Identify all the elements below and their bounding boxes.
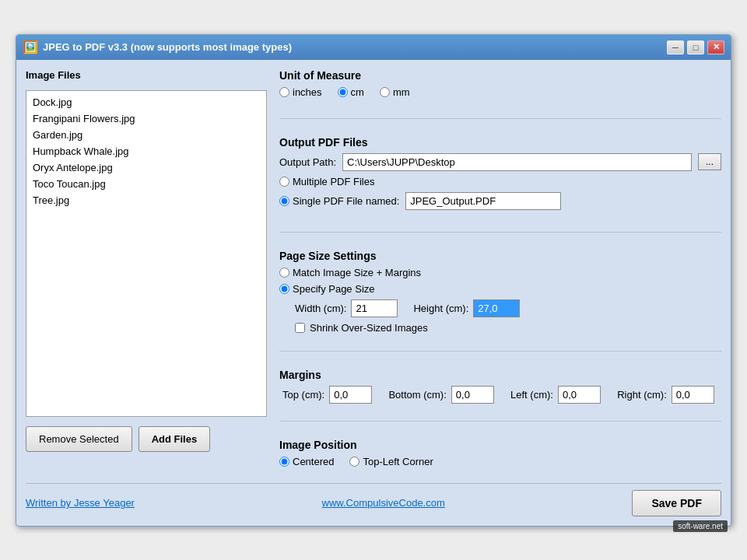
margins-title: Margins: [279, 369, 721, 381]
website-link[interactable]: www.CompulsiveCode.com: [322, 497, 445, 509]
left-margin-input[interactable]: [558, 386, 601, 404]
list-item[interactable]: Garden.jpg: [30, 127, 263, 143]
single-pdf-radio[interactable]: [279, 196, 289, 206]
height-field: Height (cm):: [413, 299, 520, 317]
image-position-row: Centered Top-Left Corner: [279, 456, 721, 467]
title-bar: 🖼️ JPEG to PDF v3.3 (now supports most i…: [16, 35, 731, 60]
margins-section: Margins Top (cm): Bottom (cm): Left (cm)…: [279, 369, 721, 404]
centered-label: Centered: [293, 456, 334, 467]
list-item[interactable]: Tree.jpg: [30, 192, 263, 208]
right-margin-field: Right (cm):: [617, 386, 721, 404]
multiple-pdf-option[interactable]: Multiple PDF Files: [279, 176, 374, 187]
top-left-option[interactable]: Top-Left Corner: [349, 456, 433, 467]
multiple-pdf-radio[interactable]: [279, 177, 289, 187]
unit-inches-label: inches: [293, 86, 322, 98]
list-item[interactable]: Frangipani Flowers.jpg: [30, 110, 263, 127]
title-bar-controls: ─ □ ✕: [667, 40, 724, 54]
margins-grid: Top (cm): Bottom (cm): Left (cm): R: [282, 386, 721, 404]
divider-3: [279, 351, 721, 352]
width-field: Width (cm):: [295, 299, 398, 317]
divider-2: [279, 232, 721, 233]
match-image-option[interactable]: Match Image Size + Margins: [279, 267, 421, 278]
list-item[interactable]: Oryx Antelope.jpg: [30, 159, 263, 176]
unit-cm-radio[interactable]: [338, 87, 348, 97]
centered-radio[interactable]: [279, 457, 289, 467]
top-margin-label: Top (cm):: [282, 389, 324, 401]
output-pdf-section: Output PDF Files Output Path: ... Multip…: [279, 136, 721, 215]
image-position-section: Image Position Centered Top-Left Corner: [279, 439, 721, 471]
height-input[interactable]: [473, 299, 520, 317]
app-icon: 🖼️: [23, 40, 38, 55]
left-margin-label: Left (cm):: [510, 389, 553, 401]
top-left-label: Top-Left Corner: [363, 456, 433, 467]
unit-cm-option[interactable]: cm: [338, 86, 364, 98]
bottom-margin-label: Bottom (cm):: [388, 389, 446, 401]
image-position-title: Image Position: [279, 439, 721, 451]
unit-cm-label: cm: [351, 86, 364, 98]
image-files-label: Image Files: [26, 69, 267, 81]
file-buttons: Remove Selected Add Files: [26, 426, 267, 452]
bottom-margin-input[interactable]: [451, 386, 494, 404]
multiple-pdf-label: Multiple PDF Files: [293, 176, 374, 187]
specify-size-row: Specify Page Size: [279, 283, 721, 295]
specify-size-label: Specify Page Size: [293, 283, 375, 295]
author-link[interactable]: Written by Jesse Yeager: [26, 497, 135, 509]
list-item[interactable]: Toco Toucan.jpg: [30, 176, 263, 192]
size-inputs-row: Width (cm): Height (cm):: [295, 299, 721, 317]
single-pdf-name-input[interactable]: [405, 192, 561, 210]
unit-radio-row: inches cm mm: [279, 86, 721, 98]
right-margin-input[interactable]: [672, 386, 714, 404]
watermark: soft-ware.net: [673, 520, 728, 532]
unit-mm-label: mm: [393, 86, 410, 98]
shrink-checkbox[interactable]: [295, 323, 305, 333]
top-left-radio[interactable]: [349, 457, 359, 467]
centered-option[interactable]: Centered: [279, 456, 334, 467]
title-bar-left: 🖼️ JPEG to PDF v3.3 (now supports most i…: [23, 40, 292, 55]
unit-of-measure-title: Unit of Measure: [279, 69, 721, 82]
unit-mm-radio[interactable]: [380, 87, 390, 97]
window-content: Image Files Dock.jpg Frangipani Flowers.…: [16, 60, 731, 526]
add-files-button[interactable]: Add Files: [139, 426, 211, 452]
browse-button[interactable]: ...: [698, 153, 721, 170]
unit-mm-option[interactable]: mm: [380, 86, 410, 98]
match-image-radio[interactable]: [279, 268, 289, 278]
output-path-label: Output Path:: [279, 156, 336, 168]
close-button[interactable]: ✕: [707, 40, 724, 54]
specify-size-radio[interactable]: [279, 284, 289, 294]
main-area: Image Files Dock.jpg Frangipani Flowers.…: [26, 69, 721, 471]
list-item[interactable]: Dock.jpg: [30, 94, 263, 110]
save-pdf-button[interactable]: Save PDF: [632, 490, 721, 516]
output-path-input[interactable]: [342, 153, 692, 171]
width-input[interactable]: [351, 299, 398, 317]
maximize-button[interactable]: □: [687, 40, 704, 54]
page-size-title: Page Size Settings: [279, 250, 721, 262]
left-margin-field: Left (cm):: [510, 386, 608, 404]
divider-4: [279, 421, 721, 422]
single-pdf-option[interactable]: Single PDF File named:: [279, 195, 399, 207]
left-panel: Image Files Dock.jpg Frangipani Flowers.…: [26, 69, 267, 452]
right-margin-label: Right (cm):: [617, 389, 667, 401]
match-image-label: Match Image Size + Margins: [293, 267, 421, 278]
window-title: JPEG to PDF v3.3 (now supports most imag…: [43, 41, 292, 53]
unit-of-measure-section: Unit of Measure inches cm mm: [279, 69, 721, 101]
minimize-button[interactable]: ─: [667, 40, 684, 54]
output-pdf-title: Output PDF Files: [279, 136, 721, 149]
unit-inches-option[interactable]: inches: [279, 86, 322, 98]
list-item[interactable]: Humpback Whale.jpg: [30, 143, 263, 159]
specify-size-option[interactable]: Specify Page Size: [279, 283, 375, 295]
shrink-row: Shrink Over-Sized Images: [295, 322, 721, 334]
divider-1: [279, 118, 721, 119]
height-label: Height (cm):: [413, 303, 468, 314]
width-label: Width (cm):: [295, 303, 346, 314]
output-path-row: Output Path: ...: [279, 153, 721, 171]
unit-inches-radio[interactable]: [279, 87, 289, 97]
match-image-row: Match Image Size + Margins: [279, 267, 721, 278]
multiple-pdf-row: Multiple PDF Files: [279, 176, 721, 187]
bottom-bar: Written by Jesse Yeager www.CompulsiveCo…: [26, 483, 721, 516]
right-panel: Unit of Measure inches cm mm: [279, 69, 721, 471]
remove-selected-button[interactable]: Remove Selected: [26, 426, 132, 452]
top-margin-input[interactable]: [329, 386, 372, 404]
file-list[interactable]: Dock.jpg Frangipani Flowers.jpg Garden.j…: [26, 90, 267, 417]
main-window: 🖼️ JPEG to PDF v3.3 (now supports most i…: [16, 34, 731, 527]
shrink-label: Shrink Over-Sized Images: [310, 322, 428, 334]
